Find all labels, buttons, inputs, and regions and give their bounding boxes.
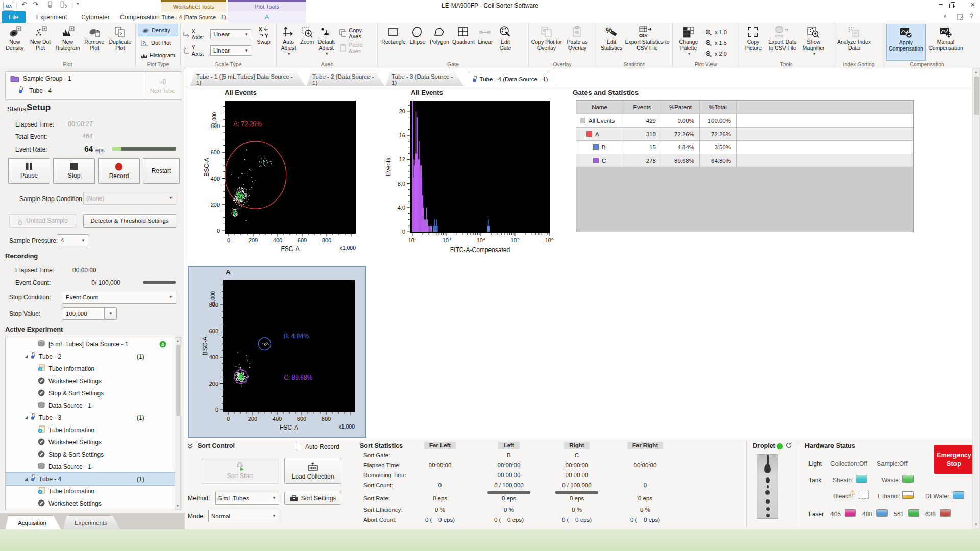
paste-axes-button[interactable]: Paste Axes [336, 42, 375, 54]
sample-group-name[interactable]: Sample Group - 1 [23, 75, 71, 82]
new-dot-plot-button[interactable]: New Dot Plot [27, 24, 53, 61]
zoom-button[interactable]: Zoom [298, 24, 316, 61]
worksheet-tab-tube1[interactable]: Tube - 1 ([5 mL Tubes] Data Source - 1) [190, 73, 305, 86]
x-axis-scale-dropdown[interactable]: Linear▼ [210, 29, 251, 39]
column-header-name[interactable]: Name [576, 101, 623, 114]
auto-record-checkbox[interactable] [295, 443, 302, 450]
column-header-events[interactable]: Events [623, 101, 662, 114]
stop-condition-dropdown[interactable]: Event Count▼ [63, 291, 176, 304]
sort-start-button[interactable]: Sort Start [202, 458, 278, 484]
tab-cytometer[interactable]: Cytometer [75, 11, 116, 23]
table-row-gate-c[interactable]: C 278 89.68% 64.80% [576, 154, 913, 167]
copy-plot-for-overlay-button[interactable]: Copy Plot for Overlay [531, 24, 562, 61]
polygon-gate-button[interactable]: Polygon [428, 24, 451, 61]
tree-item-tube4-selected[interactable]: Tube - 4 (1) [6, 473, 175, 485]
table-row-gate-a[interactable]: A 310 72.26% 72.26% [576, 128, 913, 141]
record-button[interactable]: Record [98, 158, 140, 184]
minimize-button[interactable]: – [933, 0, 948, 10]
tree-item-tube2-stop-sort-settings[interactable]: Stop & Sort Settings [6, 387, 175, 399]
tree-item-tube3-info[interactable]: i Tube Information [6, 424, 175, 436]
worksheet-tab-tube4-active[interactable]: Tube - 4 (Data Source - 1) [465, 72, 557, 86]
tree-item-tube3-datasource[interactable]: Data Source - 1 [6, 461, 175, 473]
column-header-parent[interactable]: %Parent [662, 101, 700, 114]
tree-item-tube3[interactable]: Tube - 3 (1) [6, 412, 175, 424]
copy-picture-button[interactable]: Copy Picture [741, 24, 766, 61]
duplicate-plot-button[interactable]: Duplicate Plot [107, 24, 133, 61]
apply-compensation-button[interactable]: Apply Compensation [886, 24, 926, 61]
tree-expand-icon[interactable] [24, 416, 28, 419]
tab-worksheet-tools-tube4[interactable]: Tube - 4 (Data Source - 1) [161, 11, 226, 23]
analyze-index-data-button[interactable]: Analyze Index Data [836, 24, 872, 61]
restore-button[interactable] [949, 2, 955, 10]
worksheet-vertical-scrollbar[interactable]: ▲ ▼ [972, 68, 980, 529]
collapse-sort-panel-icon[interactable] [187, 443, 193, 451]
change-palette-button[interactable]: Change Palette [675, 24, 702, 61]
tree-item-tube3-stop-sort-settings[interactable]: Stop & Sort Settings [6, 448, 175, 461]
sample-stop-condition-dropdown[interactable]: (None)▼ [83, 192, 176, 205]
tab-compensation[interactable]: Compensation [116, 11, 163, 23]
sample-pressure-dropdown[interactable]: 4▼ [58, 234, 88, 246]
auto-adjust-button[interactable]: Auto Adjust [279, 24, 298, 61]
tree-item-tube3-worksheet-settings[interactable]: Worksheet Settings [6, 436, 175, 448]
tab-plot-tools-a[interactable]: A [228, 11, 306, 23]
plot-type-dot-plot-button[interactable]: Dot Plot [138, 37, 178, 48]
mode-dropdown[interactable]: Normal▼ [208, 510, 279, 522]
collapse-ribbon-icon[interactable]: ∧ [943, 13, 947, 19]
column-header-total[interactable]: %Total [700, 101, 737, 114]
unload-sample-button[interactable]: Unload Sample [9, 214, 76, 228]
restart-button[interactable]: Restart [143, 158, 180, 184]
method-dropdown[interactable]: 5 mL Tubes▼ [215, 492, 279, 505]
tree-expand-icon[interactable] [24, 355, 28, 358]
emergency-stop-button[interactable]: Emergency Stop [934, 445, 974, 474]
manual-compensation-button[interactable]: Manual Compensation [926, 24, 966, 61]
tree-item-tube2[interactable]: Tube - 2 (1) [6, 350, 175, 363]
gate-a-plot[interactable]: 02004006008000200400600800FSC-Ax1,000BSC… [197, 273, 365, 436]
table-row-gate-b[interactable]: B 15 4.84% 3.50% [576, 141, 913, 154]
plot-type-density-button[interactable]: Density [138, 24, 178, 36]
sample-tube-name[interactable]: Tube - 4 [29, 87, 52, 94]
tree-item-tube2-info[interactable]: i Tube Information [6, 363, 175, 375]
swap-axes-button[interactable]: XY Swap [253, 24, 274, 61]
tab-experiment[interactable]: Experiment [29, 11, 74, 23]
tab-acquisition[interactable]: Acquisition [5, 515, 61, 530]
tree-item-tube4-worksheet-settings[interactable]: Worksheet Settings [6, 497, 175, 510]
tab-experiments[interactable]: Experiments [63, 515, 120, 530]
new-histogram-button[interactable]: New Histogram [54, 24, 82, 61]
plot-zoom-2x-button[interactable]: x 2.0 [702, 49, 730, 58]
tree-scrollbar[interactable]: ▲ ▼ [175, 337, 181, 510]
tree-item-tube2-datasource[interactable]: Data Source - 1 [6, 399, 175, 412]
tree-scrollbar-thumb[interactable] [176, 345, 180, 416]
sort-settings-button[interactable]: Sort Settings [284, 492, 341, 505]
ellipse-gate-button[interactable]: Ellipse [407, 24, 428, 61]
histogram-plot[interactable]: 10210310410510604.08.0121620FITC-A-Compe… [380, 88, 556, 256]
density-plot[interactable]: 02004006008000200400600800FSC-Ax1,000BSC… [202, 88, 365, 256]
plot-zoom-1x-button[interactable]: x 1.0 [702, 28, 730, 37]
default-adjust-button[interactable]: Default Adjust [316, 24, 336, 61]
load-collection-button[interactable]: Load Collection [284, 458, 341, 484]
rectangle-gate-button[interactable]: Rectangle [380, 24, 407, 61]
feedback-icon[interactable] [957, 13, 964, 22]
help-icon[interactable]: ? [970, 13, 973, 20]
copy-axes-button[interactable]: Copy Axes [336, 27, 375, 39]
edit-gate-button[interactable]: Edit Gate [495, 24, 516, 61]
stop-button[interactable]: Stop [53, 158, 95, 184]
next-tube-button[interactable]: Next Tube [145, 72, 179, 99]
pause-button[interactable]: Pause [8, 158, 50, 184]
tree-item-tube4-info[interactable]: i Tube Information [6, 485, 175, 497]
worksheet-scrollbar-thumb[interactable] [974, 77, 979, 115]
remove-plot-button[interactable]: Remove Plot [82, 24, 107, 61]
table-row-all-events[interactable]: All Events 429 0.00% 100.00% [576, 114, 913, 128]
tree-item-datasource-group[interactable]: [5 mL Tubes] Data Source - 1 [6, 338, 175, 350]
tree-item-tube2-worksheet-settings[interactable]: Worksheet Settings [6, 375, 175, 387]
quadrant-gate-button[interactable]: Quadrant [451, 24, 476, 61]
paste-as-overlay-button[interactable]: Paste as Overlay [562, 24, 592, 61]
stop-value-dropdown-arrow[interactable]: ▼ [105, 307, 117, 320]
tab-file[interactable]: File [2, 11, 26, 23]
detector-threshold-settings-button[interactable]: Detector & Threshold Settings [83, 214, 176, 228]
close-button[interactable]: × [966, 0, 980, 10]
show-magnifier-button[interactable]: Show Magnifier [799, 24, 828, 61]
export-statistics-csv-button[interactable]: CSV Export Statistics to CSV File [625, 24, 670, 61]
plot-zoom-15x-button[interactable]: x 1.5 [702, 38, 730, 47]
worksheet-tab-tube3[interactable]: Tube - 3 (Data Source - 1) [386, 73, 463, 86]
droplet-refresh-icon[interactable] [785, 442, 792, 450]
